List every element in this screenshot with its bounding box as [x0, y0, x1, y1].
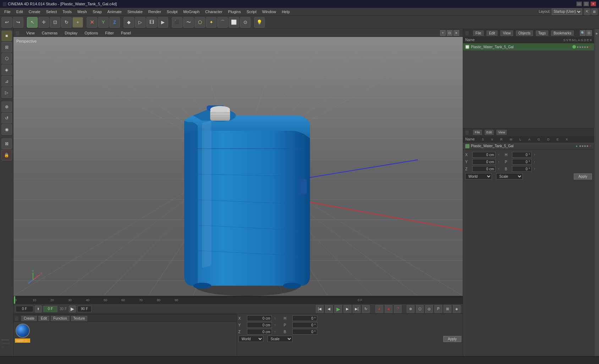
- light2-btn[interactable]: 💡: [254, 17, 265, 28]
- frame-spinner[interactable]: ⬆: [35, 305, 42, 313]
- attr-apply-button[interactable]: Apply: [574, 173, 592, 180]
- light-btn[interactable]: ✦: [206, 17, 216, 28]
- key-btn[interactable]: ⬡: [416, 305, 424, 313]
- obj-visibility-dot[interactable]: [572, 45, 576, 49]
- coord-space-select[interactable]: World Object: [238, 336, 263, 342]
- snap-btn[interactable]: ⊠: [1, 138, 12, 149]
- close-btn[interactable]: ✕: [590, 1, 596, 6]
- render-preview-btn[interactable]: ▷: [135, 17, 145, 28]
- point-mode-btn[interactable]: ◈: [1, 65, 12, 75]
- coord-mode-select[interactable]: Scale Size: [268, 336, 292, 342]
- coord-y-pos-input[interactable]: [247, 322, 272, 328]
- attr-x-pos-input[interactable]: [472, 152, 495, 158]
- film-btn[interactable]: 🎞: [146, 17, 157, 28]
- attr-z-pos-input[interactable]: [472, 166, 495, 172]
- redo-btn[interactable]: ↪: [13, 17, 23, 28]
- attr-space-select[interactable]: World Object: [465, 173, 492, 180]
- mat-create-btn[interactable]: Create: [21, 316, 37, 321]
- prev-frame-btn[interactable]: ◀: [325, 305, 333, 313]
- curve-btn[interactable]: 〜: [183, 17, 194, 28]
- auto-btn[interactable]: ?: [394, 305, 402, 313]
- menu-create[interactable]: Create: [26, 9, 43, 15]
- panel-btn-2[interactable]: ⊞: [591, 9, 598, 15]
- attr-file-btn[interactable]: File: [473, 130, 482, 135]
- viewport-menu-cameras[interactable]: Cameras: [40, 30, 59, 36]
- move-btn[interactable]: ⊕: [1, 101, 12, 112]
- obj-search-btn[interactable]: 🔍: [580, 30, 586, 36]
- maximize-btn[interactable]: □: [583, 1, 589, 6]
- menu-render[interactable]: Render: [145, 9, 164, 15]
- layer-btn[interactable]: ◎: [425, 305, 433, 313]
- attr-mode-select[interactable]: Scale Size: [496, 173, 523, 180]
- viewport-expand-btn[interactable]: ⊡: [447, 30, 452, 36]
- apply-button[interactable]: Apply: [443, 336, 461, 342]
- menu-snap[interactable]: Snap: [90, 9, 105, 15]
- mat-edit-btn[interactable]: Edit: [38, 316, 49, 321]
- frame-start-input[interactable]: [43, 306, 57, 312]
- attr-view-btn[interactable]: View: [496, 130, 507, 135]
- coord-z-pos-input[interactable]: [247, 329, 272, 335]
- polygon-mode-btn[interactable]: ⊞: [1, 42, 12, 53]
- select-tool-btn[interactable]: ↖: [27, 17, 38, 28]
- anim-mode-btn[interactable]: ▷: [1, 87, 12, 98]
- model-mode-btn[interactable]: ■: [1, 31, 12, 41]
- menu-sculpt[interactable]: Sculpt: [164, 9, 181, 15]
- menu-mesh[interactable]: Mesh: [75, 9, 90, 15]
- obj-row-tank[interactable]: ⬜ Plastic_Water_Tank_5_Gal ■ ■ ■ ■ ■ ✕: [463, 43, 594, 50]
- goto-start-btn[interactable]: |◀: [316, 305, 324, 313]
- fps-btn[interactable]: ▶: [69, 305, 76, 313]
- material-item-water[interactable]: water_t...: [15, 324, 30, 343]
- loop-btn[interactable]: ↻: [362, 305, 370, 313]
- menu-tools[interactable]: Tools: [60, 9, 75, 15]
- brush-btn[interactable]: ◉: [1, 124, 12, 135]
- viewport-menu-filter[interactable]: Filter: [104, 30, 115, 36]
- mat-function-btn[interactable]: Function: [51, 316, 69, 321]
- spline-btn[interactable]: ⌒: [217, 17, 228, 28]
- menu-script[interactable]: Script: [244, 9, 259, 15]
- record-btn[interactable]: ●: [375, 305, 383, 313]
- coord-b-input[interactable]: [292, 329, 317, 335]
- field-btn[interactable]: ⬜: [229, 17, 239, 28]
- attr-z-spinup[interactable]: ↑: [498, 167, 500, 171]
- clip-btn[interactable]: ⊞: [444, 305, 451, 313]
- param-btn[interactable]: P: [434, 305, 442, 313]
- z-axis-btn[interactable]: Z: [109, 17, 120, 28]
- viewport-3d[interactable]: Perspective X Y Z: [13, 37, 463, 296]
- obj-bookmarks-btn[interactable]: Bookmarks: [551, 31, 574, 36]
- attr-x-spinup[interactable]: ↑: [498, 153, 500, 156]
- menu-simulate[interactable]: Simulate: [125, 9, 145, 15]
- obj-objects-btn[interactable]: Objects: [516, 31, 533, 36]
- attr-h-input[interactable]: [512, 152, 532, 158]
- menu-edit[interactable]: Edit: [13, 9, 26, 15]
- deform-btn[interactable]: ⬡: [194, 17, 205, 28]
- obj-edit-btn[interactable]: Edit: [487, 31, 498, 36]
- move-tool-btn[interactable]: ✛: [38, 17, 49, 28]
- attr-p-input[interactable]: [512, 159, 532, 165]
- obj-file-btn[interactable]: File: [473, 31, 484, 36]
- panel-btn-1[interactable]: ⇱: [584, 9, 590, 15]
- uv-mode-btn[interactable]: ⊿: [1, 76, 12, 87]
- viewport-menu-options[interactable]: Options: [83, 30, 99, 36]
- menu-select[interactable]: Select: [43, 9, 60, 15]
- create-btn[interactable]: +: [72, 17, 83, 28]
- y-axis-btn[interactable]: Y: [98, 17, 109, 28]
- attr-p-spinup[interactable]: ↑: [534, 160, 536, 164]
- obj-view-btn[interactable]: View: [500, 31, 513, 36]
- scale-tool-btn[interactable]: ⊡: [50, 17, 60, 28]
- undo-btn[interactable]: ↩: [1, 17, 12, 28]
- attr-del-icon[interactable]: ✕: [589, 144, 592, 148]
- coord-p-input[interactable]: [292, 322, 317, 328]
- cube-btn[interactable]: ⬛: [172, 17, 182, 28]
- viewport-menu-panel[interactable]: Panel: [120, 30, 132, 36]
- menu-file[interactable]: File: [1, 9, 13, 15]
- viewport-menu-display[interactable]: Display: [63, 30, 79, 36]
- coord-x-pos-input[interactable]: [247, 315, 272, 321]
- menu-window[interactable]: Window: [259, 9, 279, 15]
- attr-edit-btn[interactable]: Edit: [485, 130, 494, 135]
- keyframe-btn[interactable]: ◆: [123, 17, 134, 28]
- mat-texture-btn[interactable]: Texture: [71, 316, 88, 321]
- attr-y-pos-input[interactable]: [472, 159, 495, 165]
- frame-end-input[interactable]: [77, 306, 92, 312]
- current-frame-input[interactable]: [16, 306, 33, 312]
- edge-mode-btn[interactable]: ⬡: [1, 53, 12, 64]
